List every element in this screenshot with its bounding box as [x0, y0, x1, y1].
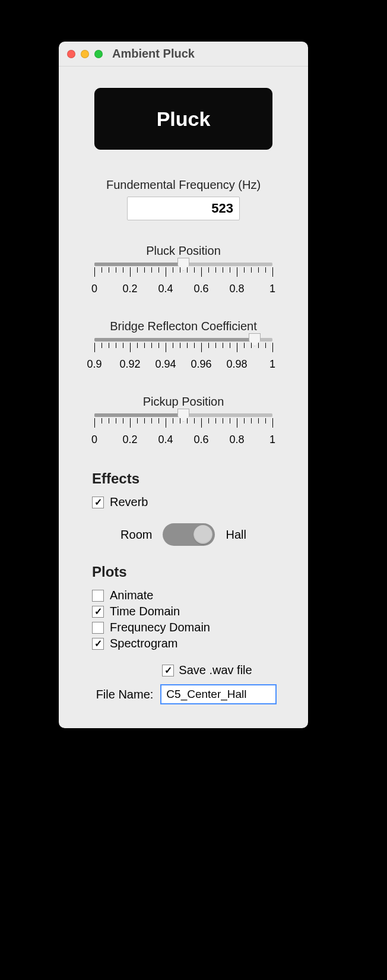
- zoom-icon[interactable]: [94, 50, 103, 58]
- pluck-position-slider[interactable]: 00.20.40.60.81: [94, 263, 272, 297]
- plot-label: Frequnecy Domain: [110, 621, 210, 634]
- traffic-lights: [67, 50, 103, 58]
- filename-input[interactable]: [160, 684, 277, 704]
- pluck-button[interactable]: Pluck: [94, 88, 272, 150]
- toggle-right-label: Hall: [226, 528, 246, 542]
- plot-row: Time Domain: [92, 605, 291, 618]
- bridge-coeff-slider[interactable]: 0.90.920.940.960.981: [94, 338, 272, 372]
- freq-input[interactable]: [127, 197, 240, 220]
- save-wav-checkbox[interactable]: [162, 665, 174, 676]
- reverb-row: Reverb: [92, 495, 291, 509]
- plot-row: Frequnecy Domain: [92, 621, 291, 634]
- pickup-position-label: Pickup Position: [75, 395, 291, 409]
- plots-heading: Plots: [92, 564, 291, 580]
- pluck-position-section: Pluck Position 00.20.40.60.81: [75, 244, 291, 297]
- window-title: Ambient Pluck: [112, 47, 195, 61]
- titlebar: Ambient Pluck: [59, 42, 308, 67]
- plot-checkbox[interactable]: [92, 638, 104, 650]
- switch-knob: [194, 525, 212, 544]
- plot-checkbox[interactable]: [92, 606, 104, 618]
- plot-label: Animate: [110, 589, 153, 602]
- plot-checkbox[interactable]: [92, 622, 104, 634]
- pickup-position-section: Pickup Position 00.20.40.60.81: [75, 395, 291, 448]
- app-window: Ambient Pluck Pluck Fundemental Frequenc…: [59, 42, 308, 728]
- reverb-label: Reverb: [110, 495, 148, 509]
- room-hall-toggle-row: Room Hall: [75, 523, 291, 546]
- plot-row: Animate: [92, 589, 291, 602]
- window-body: Pluck Fundemental Frequency (Hz) Pluck P…: [59, 67, 308, 704]
- save-wav-label: Save .wav file: [179, 663, 252, 677]
- save-wav-row: Save .wav file: [75, 663, 291, 677]
- plot-row: Spectrogram: [92, 637, 291, 650]
- pickup-position-slider[interactable]: 00.20.40.60.81: [94, 413, 272, 448]
- minimize-icon[interactable]: [81, 50, 89, 58]
- bridge-coeff-label: Bridge Reflecton Coefficient: [75, 320, 291, 333]
- close-icon[interactable]: [67, 50, 75, 58]
- toggle-left-label: Room: [120, 528, 152, 542]
- plot-checkbox[interactable]: [92, 590, 104, 602]
- filename-label: File Name:: [96, 688, 154, 701]
- plot-label: Time Domain: [110, 605, 180, 618]
- bridge-coeff-section: Bridge Reflecton Coefficient 0.90.920.94…: [75, 320, 291, 372]
- filename-row: File Name:: [75, 684, 291, 704]
- plot-label: Spectrogram: [110, 637, 178, 650]
- pluck-position-label: Pluck Position: [75, 244, 291, 258]
- room-hall-switch[interactable]: [163, 523, 215, 546]
- effects-heading: Effects: [92, 470, 291, 487]
- reverb-checkbox[interactable]: [92, 497, 104, 508]
- freq-label: Fundemental Frequency (Hz): [75, 178, 291, 192]
- plots-list: AnimateTime DomainFrequnecy DomainSpectr…: [75, 589, 291, 650]
